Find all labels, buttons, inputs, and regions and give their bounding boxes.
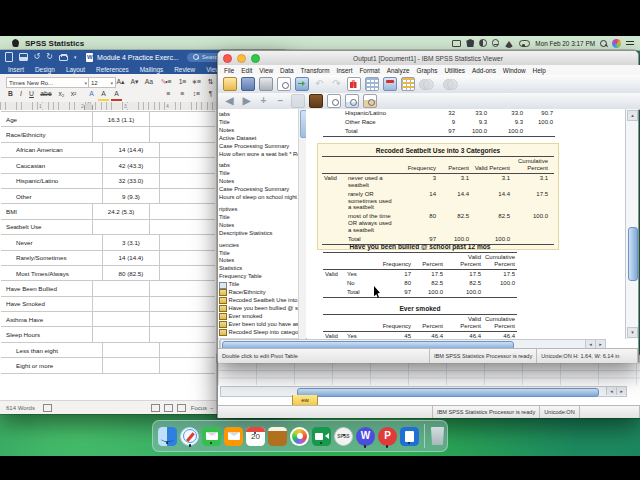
hscrollbar-thumb[interactable] bbox=[297, 388, 599, 397]
proofing-icon[interactable] bbox=[43, 404, 52, 412]
outline-item[interactable]: tabs bbox=[219, 111, 297, 119]
apple-menu-icon[interactable] bbox=[12, 39, 19, 47]
doc-table-row[interactable]: Race/Ethnicity bbox=[1, 127, 215, 142]
grow-font-button[interactable]: A▴ bbox=[114, 77, 127, 87]
undo-icon[interactable]: ↺ bbox=[34, 53, 41, 61]
save-icon[interactable] bbox=[19, 53, 28, 62]
weight-cases-icon[interactable] bbox=[443, 78, 455, 90]
recall-dialog-icon[interactable] bbox=[295, 77, 309, 91]
ribbon-tab[interactable]: References bbox=[96, 66, 129, 73]
numbering-button[interactable]: 1≡ bbox=[177, 77, 188, 87]
menu-item[interactable]: Help bbox=[533, 67, 546, 74]
content-vscroll-thumb[interactable] bbox=[628, 227, 638, 281]
doc-table-row[interactable]: Hispanic/Latino 32 (33.0) bbox=[1, 174, 215, 189]
bullets-button[interactable]: •≡ bbox=[163, 77, 174, 87]
pivot-table-smoked[interactable]: Ever smoked Frequency Percent Valid Perc… bbox=[323, 305, 517, 338]
font-color-button[interactable]: A bbox=[111, 89, 122, 101]
scroll-up-arrow[interactable]: ▴ bbox=[627, 110, 638, 121]
viewer-titlebar[interactable]: Output1 [Document1] - IBM SPSS Statistic… bbox=[218, 51, 638, 66]
outline-item[interactable]: Notes bbox=[219, 257, 297, 265]
doc-table-value-cell[interactable]: 42 (43.3) bbox=[103, 158, 160, 172]
doc-table-value-cell[interactable]: 32 (33.0) bbox=[103, 174, 160, 188]
focus-mode-label[interactable]: Focus bbox=[191, 405, 207, 411]
doc-table-value-cell[interactable] bbox=[93, 127, 150, 141]
outline-item[interactable]: Notes bbox=[219, 222, 297, 230]
ribbon-tab[interactable]: Mailings bbox=[140, 66, 163, 73]
menubar-clock[interactable]: Mon Feb 20 3:17 PM bbox=[535, 40, 595, 47]
collapse-icon[interactable] bbox=[291, 94, 305, 108]
content-vscrollbar[interactable]: ▴ ▾ bbox=[625, 109, 638, 339]
menu-item[interactable]: Analyze bbox=[387, 67, 410, 74]
doc-table-row[interactable]: Never 3 (3.1) bbox=[1, 235, 215, 250]
wifi-icon[interactable] bbox=[504, 36, 514, 48]
outline-item[interactable]: Race/Ethnicity bbox=[219, 289, 297, 297]
outline-item[interactable]: Have you been bullied @ sc bbox=[219, 305, 297, 313]
doc-table-value-cell[interactable]: 14 (14.4) bbox=[103, 251, 160, 265]
doc-table-row[interactable]: Most Times/Always 80 (82.5) bbox=[1, 266, 215, 281]
scroll-right-arrow[interactable]: ▸ bbox=[595, 340, 605, 348]
outline-item[interactable]: Recoded Seatbelt Use into bbox=[219, 297, 297, 305]
doc-table-label-cell[interactable]: Less than eight bbox=[1, 343, 103, 357]
data-editor-hscrollbar[interactable]: ◂ ▸ bbox=[220, 386, 627, 397]
dock-word-icon[interactable]: W bbox=[356, 427, 375, 446]
find-icon[interactable] bbox=[401, 77, 415, 91]
doc-table-label-cell[interactable]: Caucasian bbox=[1, 158, 103, 172]
doc-table-label-cell[interactable]: Eight or more bbox=[1, 358, 103, 372]
open-file-icon[interactable] bbox=[223, 77, 237, 91]
ribbon-tab[interactable]: Layout bbox=[66, 66, 85, 73]
undo-icon[interactable]: ↶ bbox=[313, 78, 326, 90]
print-preview-icon[interactable] bbox=[277, 77, 291, 91]
do-not-disturb-icon[interactable] bbox=[492, 39, 500, 47]
redo-icon[interactable]: ↻ bbox=[46, 53, 53, 61]
dock-calendar-icon[interactable]: 20 bbox=[246, 427, 265, 446]
dock-mail-icon[interactable] bbox=[202, 427, 221, 446]
word-count[interactable]: 614 Words bbox=[6, 405, 35, 411]
outline-item[interactable]: uencies bbox=[219, 242, 297, 250]
menu-item[interactable]: View bbox=[259, 67, 273, 74]
doc-table-label-cell[interactable]: African American bbox=[1, 143, 103, 157]
outline-vscrollbar[interactable] bbox=[298, 109, 306, 339]
outline-item[interactable]: How often wore a seat belt * Re bbox=[219, 151, 297, 159]
menu-item[interactable]: Add-ons bbox=[472, 67, 496, 74]
text-effects-button[interactable]: A bbox=[86, 89, 97, 99]
line-spacing-button[interactable]: ↕≡ bbox=[191, 89, 202, 99]
font-size-combo[interactable]: 12▾ bbox=[88, 77, 116, 88]
doc-table-row[interactable]: Other 9 (9.3) bbox=[1, 189, 215, 204]
doc-table-row[interactable]: Asthma Have bbox=[1, 312, 215, 327]
show-hide-icon[interactable] bbox=[309, 94, 323, 108]
goto-variable-icon[interactable] bbox=[365, 77, 379, 91]
dock-safari-icon[interactable] bbox=[180, 427, 199, 446]
underline-button[interactable]: U bbox=[27, 89, 36, 99]
print-icon[interactable] bbox=[259, 77, 273, 91]
doc-table-value-cell[interactable] bbox=[93, 281, 150, 295]
dock-spss-icon[interactable]: SPSS bbox=[334, 427, 353, 446]
menu-item[interactable]: Transform bbox=[301, 67, 330, 74]
dock-outlook-icon[interactable] bbox=[400, 427, 419, 446]
doc-table-label-cell[interactable]: Have Smoked bbox=[1, 297, 93, 311]
doc-table-label-cell[interactable]: Age bbox=[1, 112, 93, 126]
print-icon[interactable] bbox=[59, 55, 68, 62]
shrink-font-button[interactable]: A▾ bbox=[128, 77, 141, 87]
doc-table-value-cell[interactable] bbox=[103, 343, 160, 357]
menu-item[interactable]: Graphs bbox=[416, 67, 437, 74]
bold-button[interactable]: B bbox=[6, 89, 15, 99]
highlight-button[interactable]: A bbox=[98, 89, 109, 101]
menu-item[interactable]: File bbox=[224, 67, 234, 74]
doc-table-row[interactable]: Caucasian 42 (43.3) bbox=[1, 158, 215, 173]
doc-table-label-cell[interactable]: BMI bbox=[1, 204, 93, 218]
outline-item[interactable]: tabs bbox=[219, 162, 297, 170]
outline-item[interactable]: Notes bbox=[219, 178, 297, 186]
outline-item[interactable]: Hours of sleep on school night * bbox=[219, 194, 297, 202]
doc-table-row[interactable]: Have Smoked bbox=[1, 297, 215, 312]
menu-item[interactable]: Utilities bbox=[444, 67, 465, 74]
split-file-icon[interactable] bbox=[419, 78, 431, 90]
dock-photos-icon[interactable] bbox=[290, 427, 309, 446]
doc-table-value-cell[interactable] bbox=[93, 297, 150, 311]
outline-item[interactable]: Title bbox=[219, 170, 297, 178]
outline-item[interactable]: Statistics bbox=[219, 265, 297, 273]
outline-item[interactable]: Notes bbox=[219, 127, 297, 135]
scroll-right-arrow[interactable]: ▸ bbox=[616, 387, 626, 395]
doc-table-label-cell[interactable]: Rarely/Sometimes bbox=[1, 251, 103, 265]
align-left-button[interactable]: ≡ bbox=[163, 89, 174, 99]
print-layout-view-icon[interactable] bbox=[151, 404, 160, 412]
